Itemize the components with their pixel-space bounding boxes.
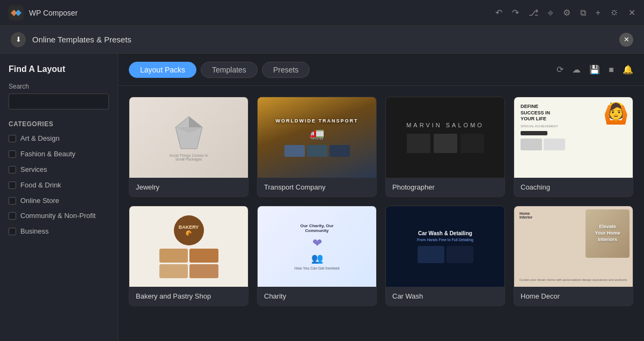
bakery-item-1 xyxy=(159,249,188,263)
card-transport-image: WORLDWIDE TRANSPORT 🚛 xyxy=(258,97,376,178)
transport-thumbnails xyxy=(284,145,350,157)
photo-thumb-1 xyxy=(407,134,430,153)
modal-close-button[interactable]: ✕ xyxy=(619,33,633,47)
desktop-icon[interactable]: ⎇ xyxy=(529,8,538,18)
card-charity[interactable]: Our Charity, OurCommunity ❤ 👥 How You Ca… xyxy=(257,206,377,306)
category-business[interactable]: Business xyxy=(9,227,109,236)
coaching-cta-bar xyxy=(521,131,547,135)
bakery-item-2 xyxy=(189,249,218,263)
add-icon[interactable]: + xyxy=(596,8,601,18)
card-home-decor[interactable]: HomeInterior Curate your dream home with… xyxy=(514,206,633,306)
category-online-store[interactable]: Online Store xyxy=(9,197,109,206)
bakery-item-4 xyxy=(189,264,218,278)
photo-thumb-3 xyxy=(460,134,484,153)
category-online-store-label: Online Store xyxy=(20,197,59,206)
download-circle-icon: ⬇ xyxy=(16,35,21,43)
redo-icon[interactable]: ↷ xyxy=(512,8,519,18)
card-jewelry[interactable]: Good Things Comes InSmall Packages Jewel… xyxy=(129,97,248,197)
search-input[interactable] xyxy=(9,93,109,110)
bakery-items-grid xyxy=(159,249,218,278)
coaching-thumb-2 xyxy=(544,139,565,150)
tab-layout-packs[interactable]: Layout Packs xyxy=(129,62,196,78)
settings-icon[interactable]: ⚙ xyxy=(563,8,570,18)
cloud-icon[interactable]: ☁ xyxy=(572,64,581,75)
transport-thumb-1 xyxy=(284,145,305,157)
carwash-img-2 xyxy=(447,246,473,263)
category-community-nonprofit-label: Community & Non-Profit xyxy=(20,212,96,221)
photographer-name-text: MARVIN SALOMO xyxy=(406,122,484,128)
category-fashion-beauty-label: Fashion & Beauty xyxy=(20,150,76,159)
charity-headline: Our Charity, OurCommunity xyxy=(300,223,333,233)
bell-icon[interactable]: 🔔 xyxy=(623,64,633,75)
jewelry-tagline: Good Things Comes InSmall Packages xyxy=(170,154,208,161)
card-coaching[interactable]: DEFINESUCCESS INYOUR LIFE SPECIAL ACHIEV… xyxy=(514,97,633,197)
sidebar: Find A Layout Search Categories Art & De… xyxy=(0,54,118,341)
bakery-item-3 xyxy=(159,264,188,278)
card-jewelry-label: Jewelry xyxy=(129,178,248,197)
card-coaching-image: DEFINESUCCESS INYOUR LIFE SPECIAL ACHIEV… xyxy=(514,97,633,178)
app-logo-icon xyxy=(9,5,24,20)
transport-thumb-3 xyxy=(330,145,350,157)
modal-header-left: ⬇ Online Templates & Presets xyxy=(11,32,131,47)
carwash-images xyxy=(418,246,473,263)
grid-icon[interactable]: ■ xyxy=(609,65,614,75)
category-services[interactable]: Services xyxy=(9,165,109,175)
category-food-drink-label: Food & Drink xyxy=(20,181,61,190)
card-photographer-label: Photographer xyxy=(386,178,504,197)
categories-title: Categories xyxy=(9,120,109,128)
category-art-design-label: Art & Design xyxy=(20,134,60,143)
charity-content: Our Charity, OurCommunity ❤ 👥 How You Ca… xyxy=(258,206,376,287)
modal-header: ⬇ Online Templates & Presets ✕ xyxy=(0,26,644,54)
card-car-wash[interactable]: Car Wash & Detailing From Hands Free to … xyxy=(385,206,505,306)
card-bakery-image: BAKERY🥐 xyxy=(129,206,248,287)
titlebar: WP Composer ↶ ↷ ⎇ ⎆ ⚙ ⧉ + ⛭ ✕ xyxy=(0,0,644,26)
coaching-thumbs xyxy=(521,139,626,150)
transport-thumb-2 xyxy=(307,145,327,157)
refresh-icon[interactable]: ⟳ xyxy=(557,64,564,75)
layers-icon[interactable]: ⧉ xyxy=(580,8,586,18)
photo-thumb-2 xyxy=(434,134,457,153)
card-bakery-pastry[interactable]: BAKERY🥐 Bakery and Pastry Shop xyxy=(129,206,248,306)
modal-title: Online Templates & Presets xyxy=(32,35,131,44)
category-fashion-beauty-checkbox[interactable] xyxy=(9,150,16,158)
tabs: Layout Packs Templates Presets xyxy=(129,62,310,78)
category-art-design-checkbox[interactable] xyxy=(9,135,16,142)
category-services-checkbox[interactable] xyxy=(9,166,16,173)
coaching-content: DEFINESUCCESS INYOUR LIFE SPECIAL ACHIEV… xyxy=(514,97,633,178)
undo-icon[interactable]: ↶ xyxy=(495,8,502,18)
category-food-drink-checkbox[interactable] xyxy=(9,182,16,189)
card-transport-company[interactable]: WORLDWIDE TRANSPORT 🚛 Transport Company xyxy=(257,97,377,197)
main-layout: Find A Layout Search Categories Art & De… xyxy=(0,54,644,341)
titlebar-left: WP Composer xyxy=(9,5,78,20)
tab-presets[interactable]: Presets xyxy=(262,62,310,78)
card-bakery-label: Bakery and Pastry Shop xyxy=(129,287,248,306)
tab-templates[interactable]: Templates xyxy=(201,62,258,78)
download-icon[interactable]: ⎆ xyxy=(548,8,553,18)
category-community-nonprofit-checkbox[interactable] xyxy=(9,212,16,220)
bakery-logo: BAKERY🥐 xyxy=(174,215,204,245)
photographer-grid xyxy=(406,134,484,153)
gear-icon[interactable]: ⛭ xyxy=(610,8,619,18)
category-fashion-beauty[interactable]: Fashion & Beauty xyxy=(9,150,109,159)
app-title: WP Composer xyxy=(29,9,78,17)
card-photographer[interactable]: MARVIN SALOMO Photographer xyxy=(385,97,505,197)
category-community-nonprofit[interactable]: Community & Non-Profit xyxy=(9,212,109,221)
card-homedecor-label: Home Decor xyxy=(514,287,633,306)
category-art-design[interactable]: Art & Design xyxy=(9,134,109,143)
window-close-icon[interactable]: ✕ xyxy=(628,8,635,18)
carwash-title-text: Car Wash & Detailing xyxy=(418,230,472,236)
category-online-store-checkbox[interactable] xyxy=(9,197,16,205)
truck-icon: 🚛 xyxy=(310,127,324,141)
charity-sub-text: How You Can Get Involved xyxy=(295,266,340,270)
coaching-figure-icon: 🙆 xyxy=(603,101,628,125)
save-icon[interactable]: 💾 xyxy=(589,64,600,75)
carwash-img-1 xyxy=(418,246,444,263)
card-transport-label: Transport Company xyxy=(258,178,376,197)
card-jewelry-image: Good Things Comes InSmall Packages xyxy=(129,97,248,178)
card-homedecor-image: HomeInterior Curate your dream home with… xyxy=(514,206,633,287)
category-business-checkbox[interactable] xyxy=(9,228,16,235)
sidebar-title: Find A Layout xyxy=(9,64,109,74)
charity-people-icons: 👥 xyxy=(311,252,323,264)
carwash-tagline: From Hands Free to Full Detailing xyxy=(417,238,473,242)
category-food-drink[interactable]: Food & Drink xyxy=(9,181,109,190)
